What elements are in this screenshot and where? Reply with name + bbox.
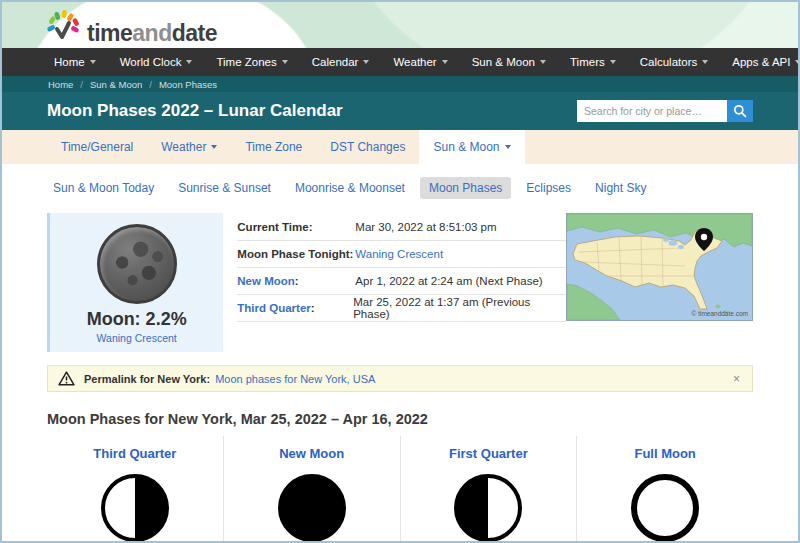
nav-item-sun-moon[interactable]: Sun & Moon bbox=[460, 56, 558, 68]
moon-image bbox=[97, 224, 177, 304]
moon-phase-link[interactable]: Waning Crescent bbox=[50, 332, 223, 344]
masthead: timeanddate bbox=[2, 2, 798, 48]
subtab-row: Sun & Moon Today Sunrise & Sunset Moonri… bbox=[2, 164, 798, 207]
info-row-third-quarter: Third Quarter: Mar 25, 2022 at 1:37 am (… bbox=[237, 295, 566, 322]
moon-info-section: Moon: 2.2% Waning Crescent Current Time:… bbox=[47, 213, 753, 352]
first-quarter-moon-icon bbox=[454, 474, 522, 542]
chevron-down-icon bbox=[505, 145, 511, 149]
title-bar: Moon Phases 2022 – Lunar Calendar bbox=[2, 92, 798, 130]
chevron-down-icon bbox=[186, 60, 192, 64]
info-row-new-moon: New Moon: Apr 1, 2022 at 2:24 am (Next P… bbox=[237, 268, 566, 295]
tab-sun-moon[interactable]: Sun & Moon bbox=[419, 130, 524, 164]
tab-time-zone[interactable]: Time Zone bbox=[231, 130, 316, 164]
permalink-link[interactable]: Moon phases for New York, USA bbox=[215, 373, 375, 385]
subtab-moonrise-moonset[interactable]: Moonrise & Moonset bbox=[286, 177, 414, 199]
tab-weather[interactable]: Weather bbox=[147, 130, 231, 164]
tab-time-general[interactable]: Time/General bbox=[47, 130, 147, 164]
search-box bbox=[577, 100, 753, 122]
info-row-moon-phase-tonight: Moon Phase Tonight: Waning Crescent bbox=[237, 241, 566, 268]
nav-item-calendar[interactable]: Calendar bbox=[300, 56, 382, 68]
subtab-night-sky[interactable]: Night Sky bbox=[586, 177, 655, 199]
chevron-down-icon bbox=[282, 60, 288, 64]
page: timeanddate Home World Clock Time Zones … bbox=[0, 0, 800, 543]
third-quarter-moon-icon bbox=[101, 474, 169, 542]
nav-item-apps-api[interactable]: Apps & API bbox=[720, 56, 800, 68]
subtab-sun-moon-today[interactable]: Sun & Moon Today bbox=[44, 177, 163, 199]
info-value: Mar 30, 2022 at 8:51:03 pm bbox=[355, 221, 496, 233]
phase-card-third-quarter: Third Quarter March 25 1:37 am bbox=[47, 436, 224, 543]
tab-dst-changes[interactable]: DST Changes bbox=[316, 130, 419, 164]
breadcrumb: Home / Sun & Moon / Moon Phases bbox=[2, 76, 798, 92]
phase-title-link[interactable]: First Quarter bbox=[401, 446, 577, 461]
info-value: Mar 25, 2022 at 1:37 am (Previous Phase) bbox=[353, 296, 566, 320]
moon-illumination: Moon: 2.2% bbox=[50, 309, 223, 330]
info-label-link[interactable]: New Moon bbox=[237, 275, 295, 287]
info-label-link[interactable]: Third Quarter bbox=[237, 302, 310, 314]
phase-title-link[interactable]: Third Quarter bbox=[47, 446, 223, 461]
subtab-eclipses[interactable]: Eclipses bbox=[517, 177, 580, 199]
info-value-link[interactable]: Waning Crescent bbox=[355, 248, 443, 260]
chevron-down-icon bbox=[363, 60, 369, 64]
moon-info-table: Current Time: Mar 30, 2022 at 8:51:03 pm… bbox=[237, 213, 566, 352]
search-submit-button[interactable] bbox=[727, 100, 753, 122]
logo-wordmark: timeanddate bbox=[87, 22, 217, 45]
location-map[interactable]: © timeanddate.com bbox=[566, 213, 753, 321]
chevron-down-icon bbox=[702, 60, 708, 64]
current-moon-panel: Moon: 2.2% Waning Crescent bbox=[47, 213, 223, 352]
breadcrumb-separator: / bbox=[149, 79, 152, 90]
full-moon-icon bbox=[631, 474, 699, 542]
chevron-down-icon bbox=[211, 145, 217, 149]
nav-item-time-zones[interactable]: Time Zones bbox=[204, 56, 299, 68]
phase-title-link[interactable]: Full Moon bbox=[577, 446, 753, 461]
new-moon-icon bbox=[278, 474, 346, 542]
timeanddate-logo[interactable]: timeanddate bbox=[46, 9, 217, 45]
nav-item-timers[interactable]: Timers bbox=[558, 56, 628, 68]
nav-item-calculators[interactable]: Calculators bbox=[628, 56, 721, 68]
permalink-bar: Permalink for New York: Moon phases for … bbox=[47, 365, 753, 392]
search-input[interactable] bbox=[577, 100, 727, 122]
info-value: Apr 1, 2022 at 2:24 am (Next Phase) bbox=[355, 275, 542, 287]
info-label: Current Time bbox=[237, 221, 308, 233]
chevron-down-icon bbox=[540, 60, 546, 64]
phase-cards: Third Quarter March 25 1:37 am New Moon … bbox=[47, 436, 753, 543]
map-copyright: © timeanddate.com bbox=[692, 310, 748, 317]
info-row-current-time: Current Time: Mar 30, 2022 at 8:51:03 pm bbox=[237, 214, 566, 241]
nav-item-world-clock[interactable]: World Clock bbox=[108, 56, 205, 68]
permalink-label: Permalink for New York: bbox=[84, 373, 210, 385]
section-heading: Moon Phases for New York, Mar 25, 2022 –… bbox=[47, 411, 753, 427]
logo-sunburst-icon bbox=[46, 9, 80, 45]
warning-icon bbox=[58, 371, 75, 386]
breadcrumb-sun-moon[interactable]: Sun & Moon bbox=[90, 79, 142, 90]
tab-strip: Time/General Weather Time Zone DST Chang… bbox=[2, 130, 798, 164]
nav-item-weather[interactable]: Weather bbox=[381, 56, 459, 68]
main-navbar: Home World Clock Time Zones Calendar Wea… bbox=[2, 48, 798, 76]
subtab-sunrise-sunset[interactable]: Sunrise & Sunset bbox=[169, 177, 280, 199]
chevron-down-icon bbox=[795, 60, 800, 64]
breadcrumb-moon-phases[interactable]: Moon Phases bbox=[159, 79, 217, 90]
chevron-down-icon bbox=[442, 60, 448, 64]
phase-card-full-moon: Full Moon April 16 2:55 pm Pink Moon bbox=[577, 436, 753, 543]
nav-item-home[interactable]: Home bbox=[42, 56, 108, 68]
breadcrumb-home[interactable]: Home bbox=[48, 79, 73, 90]
subtab-moon-phases[interactable]: Moon Phases bbox=[420, 177, 511, 199]
close-icon[interactable]: × bbox=[731, 372, 742, 386]
info-label: Moon Phase Tonight bbox=[237, 248, 349, 260]
breadcrumb-separator: / bbox=[80, 79, 83, 90]
chevron-down-icon bbox=[90, 60, 96, 64]
phase-card-new-moon: New Moon April 1 2:24 am bbox=[224, 436, 401, 543]
chevron-down-icon bbox=[610, 60, 616, 64]
phase-card-first-quarter: First Quarter April 9 2:47 am bbox=[401, 436, 578, 543]
page-title: Moon Phases 2022 – Lunar Calendar bbox=[47, 101, 343, 121]
phase-title-link[interactable]: New Moon bbox=[224, 446, 400, 461]
